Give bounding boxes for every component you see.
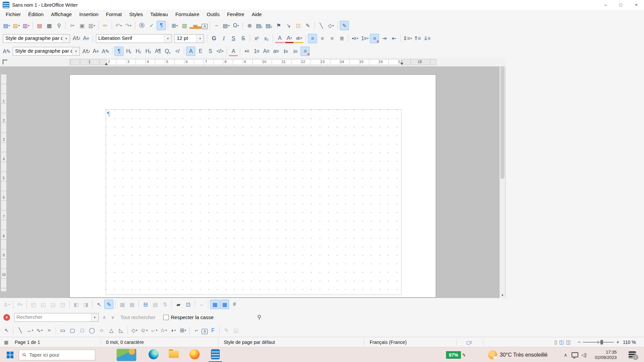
dropdown-arrow-icon[interactable]: ▾ [301,36,302,41]
text-grid-area[interactable]: ¶ [106,109,401,295]
emphasis-style-button[interactable]: E [196,47,205,56]
firefox-taskbar-icon[interactable] [188,347,201,362]
dropdown-arrow-icon[interactable]: ▾ [411,37,412,40]
dropdown-arrow-icon[interactable]: ▾ [18,24,20,27]
language-status[interactable]: Français (France) [370,337,407,347]
multi-page-view-button[interactable]: ◫ [559,339,564,345]
increase-indent-button[interactable]: ⇥ [380,34,389,43]
word-count-status[interactable]: 0 mot, 0 caractère [106,337,144,347]
line-spacing-button[interactable]: ⇕≡▾ [403,34,412,43]
find-and-replace-button[interactable]: ⚲ [257,314,261,321]
heading-3-style-button[interactable]: H₃ [144,47,153,56]
dropdown-arrow-icon[interactable]: ▾ [94,24,95,27]
dropdown-arrow-icon[interactable]: ▾ [21,303,22,306]
form-navigator-button[interactable]: ⊟ [141,300,150,309]
strikethrough-button[interactable]: S [238,34,248,43]
connectors-button[interactable]: ⌐ [192,326,201,335]
source-text-style-button[interactable]: </> [215,47,224,56]
battery-indicator[interactable]: 97% ϟ [446,347,465,362]
circle-button[interactable]: ○ [97,326,106,335]
close-button[interactable]: × [629,0,644,10]
select-shape-button[interactable]: ↖ [2,326,11,335]
open-in-design-mode-button[interactable]: ▰ [174,300,183,309]
bullet-list-style-button[interactable]: •≡ [242,47,251,56]
formatting-marks-button[interactable]: ¶ [157,21,166,30]
lines-arrows-button[interactable]: →▾ [25,326,34,335]
insert-text-box-button-2[interactable]: A [202,329,208,334]
clear-direct-formatting-button[interactable]: A [229,48,238,56]
insert-text-box-button[interactable]: A [202,24,208,29]
new-document-button[interactable]: ▤▾ [2,21,11,30]
clock[interactable]: 17:35 02/09/2023 [590,347,622,362]
page-count-status[interactable]: Page 1 de 1 [15,337,40,347]
decrease-paragraph-spacing-button[interactable]: ⇓≡ [422,34,431,43]
dropdown-arrow-icon[interactable]: ▾ [196,35,204,43]
cut-button[interactable]: ✂ [68,21,77,30]
explorer-taskbar-icon[interactable] [167,347,180,362]
book-view-button[interactable]: ◫ [566,339,571,345]
spelling-button[interactable]: ✓ [147,21,156,30]
dropdown-arrow-icon[interactable]: ▾ [72,47,79,55]
block-arrows-button[interactable]: ⇔▾ [149,326,158,335]
undo-button[interactable]: ↶▾ [114,21,123,30]
curve-button[interactable]: ∿▾ [35,326,44,335]
new-style-button[interactable]: A+ [82,34,91,43]
dropdown-arrow-icon[interactable]: ▾ [8,303,10,306]
menu-item-fichier[interactable]: Fichier [2,10,24,19]
close-find-bar-icon[interactable]: × [3,314,10,321]
fontwork-button[interactable]: F [208,326,217,335]
weather-button[interactable]: 30°C Très ensoleillé [488,347,547,362]
unordered-list-button[interactable]: •≡▾ [351,34,360,43]
display-grid-button[interactable]: ▦ [210,300,219,309]
match-case-checkbox[interactable] [163,315,169,320]
select-button[interactable]: ↖ [95,300,104,309]
dropdown-arrow-icon[interactable]: ▾ [28,24,30,27]
subscript-button[interactable]: x₂ [262,34,271,43]
show-draw-functions-button[interactable]: ✎ [340,21,349,30]
insert-field-button[interactable]: ▤▾ [222,21,231,30]
decrease-indent-button[interactable]: ⇤ [389,34,398,43]
underline-button[interactable]: S [229,34,238,43]
helplines-button[interactable]: # [230,300,239,309]
menu-item-affichage[interactable]: Affichage [47,10,75,19]
numbered-list-style-button[interactable]: 1≡ [252,47,261,56]
dropdown-arrow-icon[interactable]: ▾ [367,37,369,40]
insert-line-button[interactable]: ╲ [317,21,326,30]
menu-item-aide[interactable]: Aide [248,10,265,19]
clone-formatting-button[interactable]: ✏ [101,21,110,30]
paste-button[interactable]: ▥▾ [87,21,96,30]
zoom-slider-thumb[interactable] [600,340,603,345]
minimize-button[interactable]: – [598,0,613,10]
dropdown-arrow-icon[interactable]: ▾ [164,35,171,43]
open-button[interactable]: ▨▾ [12,21,21,30]
heading-1-style-button[interactable]: H₁ [124,47,133,56]
preformatted-style-button[interactable]: </ [173,47,182,56]
page-style-status[interactable]: Style de page par défaut [224,337,275,347]
maximize-button[interactable]: □ [613,0,629,10]
dropdown-arrow-icon[interactable]: ▾ [357,37,358,40]
text-body-style-button[interactable]: A¶ [153,47,162,56]
status-doc-icon[interactable]: ▦ [4,337,8,347]
insert-image-button[interactable]: ▧ [180,21,189,30]
dropdown-arrow-icon[interactable]: ▾ [185,329,186,332]
menu-item-fenetre[interactable]: Fenêtre [223,10,248,19]
justify-button[interactable]: ≣ [337,34,346,43]
left-indent-marker[interactable] [105,63,108,65]
font-color-button[interactable]: A▾ [285,35,294,43]
wizards-on-off-button[interactable]: ⊡ [183,300,193,309]
track-changes-button[interactable]: ✎ [303,21,312,30]
writer-taskbar-icon[interactable] [209,347,222,362]
flowchart-shapes-button[interactable]: ⊞▾ [178,326,187,335]
zoom-slider[interactable] [583,342,614,343]
hyperlink-button[interactable]: ⊕ [245,21,254,30]
insert-cross-reference-button[interactable]: ↘ [284,21,293,30]
taskbar-search-box[interactable]: ⚲ Taper ici pour [19,347,95,362]
dropdown-arrow-icon[interactable]: ▾ [136,329,137,332]
roman-list-upper-button[interactable]: Ⅰ≡ [281,47,290,56]
save-button[interactable]: ▥▾ [21,21,31,30]
document-scrollbar[interactable]: ▲ ▼ [499,66,505,298]
menu-item-tableau[interactable]: Tableau [147,10,172,19]
page-break-button[interactable]: ┄ [212,21,221,30]
highlight-color-button[interactable]: ab▾ [294,35,304,43]
dropdown-arrow-icon[interactable]: ▾ [41,329,43,332]
